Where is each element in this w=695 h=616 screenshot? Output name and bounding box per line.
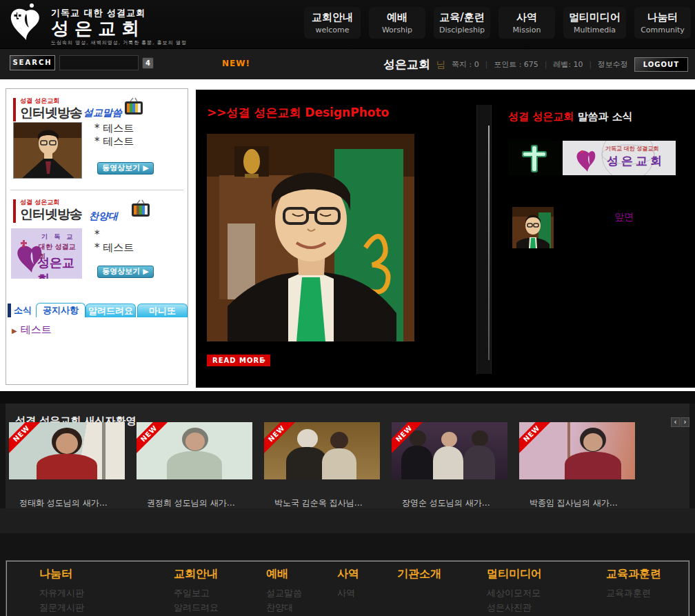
newcomer-photo[interactable]: NEW <box>9 422 125 479</box>
newcomer-caption[interactable]: 장영순 성도님의 새가… <box>402 497 490 509</box>
newcomer-photo[interactable]: NEW <box>264 422 380 479</box>
new-ribbon: NEW <box>9 422 46 458</box>
nav-item-community[interactable]: 나눔터 Community <box>634 7 691 39</box>
search-go-button[interactable]: 4 <box>142 57 154 69</box>
broadcast-sermon-subtitle: 설교말씀 <box>83 107 122 119</box>
logo-text: 기독교 대한 성결교회 성은교회 도심속의 영성, 새벽의영성, 거룩한 흥분,… <box>51 1 187 46</box>
news-banners: 기독교 대한 성결교회 성은교회 <box>508 141 676 175</box>
footer-col-welcome: 교회안내 주일보고 알려드려요 공지사항 <box>174 567 219 616</box>
new-badge: NEW! <box>222 59 250 68</box>
site-header: 기독교 대한 성결교회 성은교회 도심속의 영성, 새벽의영성, 거룩한 흥분,… <box>0 0 695 48</box>
footer-link[interactable]: 교육과훈련 <box>606 586 661 600</box>
bullet-arrow-icon: ▶ <box>12 327 17 335</box>
nav-item-mission[interactable]: 사역 Mission <box>498 7 555 39</box>
broadcast-choir-header: 성결 성은교회 인터넷방송 <box>20 198 82 221</box>
church-logo-image[interactable]: 기 독 교 대한 성결교회 성은교회 <box>11 228 82 279</box>
footer-link[interactable]: 질문게시판 <box>39 600 84 615</box>
newcomer-photo[interactable]: NEW <box>137 422 252 479</box>
arrow-right-icon: → <box>260 355 266 366</box>
choir-link[interactable]: * 테스트 <box>94 241 134 255</box>
newcomer-photo[interactable]: NEW <box>519 422 635 479</box>
profile-edit-link[interactable]: 정보수정 <box>598 59 628 70</box>
church-logo-banner[interactable]: 기독교 대한 성결교회 성은교회 <box>563 141 676 175</box>
footer-col-organizations: 기관소개 <box>397 567 441 582</box>
logout-button[interactable]: LOGOUT <box>634 57 688 72</box>
tab-announce[interactable]: 알려드려요 <box>85 304 136 317</box>
newcomer-caption[interactable]: 박종임 집사님의 새가… <box>530 497 618 509</box>
footer-link[interactable]: 주일보고 <box>174 586 219 600</box>
nav-item-worship[interactable]: 예배 Worship <box>369 7 425 39</box>
notice-list-item[interactable]: ▶테스트 <box>12 324 52 337</box>
footer-link[interactable]: 찬양대 <box>266 600 302 615</box>
broadcast-sermon-header: 성결 성은교회 인터넷방송 <box>20 97 82 119</box>
user-memo-count: 쪽지 : 0 <box>452 59 479 70</box>
broadcast-sermon-links: * 테스트 * 테스트 <box>94 122 134 148</box>
logo-church-name: 성은교회 <box>51 19 187 37</box>
tv-icon <box>130 199 151 217</box>
tab-notice-active[interactable]: 공지사항 <box>36 303 85 317</box>
new-ribbon: NEW <box>137 422 173 458</box>
pastor-main-photo[interactable] <box>207 134 414 341</box>
footer-col-education: 교육과훈련 교육과훈련 <box>606 567 661 600</box>
newcomer-photo[interactable]: NEW <box>392 422 507 479</box>
search-button[interactable]: SEARCH <box>10 55 55 70</box>
nav-item-multimedia[interactable]: 멀티미디어 Multimedia <box>563 7 626 39</box>
choir-link[interactable]: * <box>94 228 134 241</box>
broadcast-choir-subtitle: 찬양대 <box>89 210 118 223</box>
footer-link[interactable]: 사역 <box>337 586 359 600</box>
front-label: 앞면 <box>614 211 634 223</box>
sidebar-divider <box>10 190 183 190</box>
church-heart-logo-icon <box>6 1 48 44</box>
footer-col-multimedia: 멀티미디어 세상이모저모 성은사진관 자연의신비 <box>487 567 542 616</box>
newcomer-caption[interactable]: 박노국 김순옥 집사님… <box>274 497 363 509</box>
footer-col-worship: 예배 설교말씀 찬양대 <box>266 567 302 615</box>
prev-arrow-button[interactable]: ‹ <box>671 417 680 427</box>
scrollbar-thumb[interactable] <box>488 126 490 360</box>
tab-manito[interactable]: 마니또 <box>137 304 188 317</box>
sermon-link[interactable]: * 테스트 <box>94 135 134 148</box>
site-logo[interactable]: 기독교 대한 성결교회 성은교회 도심속의 영성, 새벽의영성, 거룩한 흥분,… <box>6 1 187 46</box>
user-honorific: 님 <box>436 59 445 71</box>
tv-icon <box>123 97 144 115</box>
footer-sitemap: 나눔터 자유게시판 질문게시판 새신자환영 교회안내 주일보고 알려드려요 공지… <box>6 560 689 616</box>
nav-item-discipleship[interactable]: 교육/훈련 Discipleship <box>434 7 490 39</box>
notice-tabs: 소식 공지사항 알려드려요 마니또 <box>8 303 188 318</box>
sermon-link[interactable]: * 테스트 <box>94 122 134 135</box>
newcomer-caption[interactable]: 정태화 성도님의 새가… <box>19 497 108 509</box>
newcomers-section: 성결 성은교회 새신자환영 ‹ › NEW 정태화 성도님의 새가… NEW 권… <box>0 391 695 560</box>
broadcast-choir-links: * * 테스트 <box>94 228 134 255</box>
read-more-button[interactable]: READ MORE → <box>207 355 270 366</box>
user-level: 레벨: 10 <box>553 59 583 70</box>
pastor-thumbnail-photo[interactable] <box>13 122 82 179</box>
watch-video-button[interactable]: 동영상보기 ▶ <box>97 266 154 278</box>
user-info-bar: 성은교회 님 쪽지 : 0 | 포인트 : 675 | 레벨: 10 | 정보수… <box>383 49 688 80</box>
search-input[interactable] <box>59 55 139 70</box>
page: 기독교 대한 성결교회 성은교회 도심속의 영성, 새벽의영성, 거룩한 흥분,… <box>0 0 695 616</box>
design-photo-title: >>성결 성은교회 DesignPhoto <box>207 105 389 121</box>
user-name: 성은교회 <box>383 57 430 72</box>
news-thumbnail-photo[interactable] <box>512 207 554 248</box>
footer-link[interactable]: 알려드려요 <box>174 600 219 615</box>
next-arrow-button[interactable]: › <box>681 417 689 427</box>
footer-col-mission: 사역 사역 <box>337 567 359 600</box>
user-points: 포인트 : 675 <box>494 59 538 70</box>
footer-link[interactable]: 설교말씀 <box>266 586 302 600</box>
sidebar: 성결 성은교회 인터넷방송 설교말씀 <box>6 88 188 385</box>
watch-video-button[interactable]: 동영상보기 ▶ <box>97 162 154 175</box>
logo-tagline: 도심속의 영성, 새벽의영성, 거룩한 흥분, 홍보의 열정 <box>51 39 187 46</box>
sidebar-accent-bar <box>13 98 16 121</box>
main-panel: >>성결 성은교회 DesignPhoto <box>196 90 695 388</box>
newcomer-caption[interactable]: 권정희 성도님의 새가… <box>147 497 235 509</box>
footer-link[interactable]: 세상이모저모 <box>487 586 542 600</box>
new-ribbon: NEW <box>519 422 556 458</box>
glowing-cross-banner[interactable] <box>508 141 561 175</box>
tab-news[interactable]: 소식 <box>8 303 32 318</box>
newcomers-panel: 성결 성은교회 새신자환영 ‹ › NEW 정태화 성도님의 새가… NEW 권… <box>6 404 689 508</box>
footer-link[interactable]: 성은사진관 <box>487 600 542 615</box>
footer-link[interactable]: 자유게시판 <box>39 586 84 600</box>
nav-item-welcome[interactable]: 교회안내 welcome <box>304 7 361 39</box>
main-nav: 교회안내 welcome 예배 Worship 교육/훈련 Disciplesh… <box>304 7 691 39</box>
toolbar: SEARCH 4 NEW! 성은교회 님 쪽지 : 0 | 포인트 : 675 … <box>0 48 695 79</box>
footer-col-community: 나눔터 자유게시판 질문게시판 새신자환영 <box>39 567 84 616</box>
main-scrollbar[interactable] <box>476 105 492 374</box>
